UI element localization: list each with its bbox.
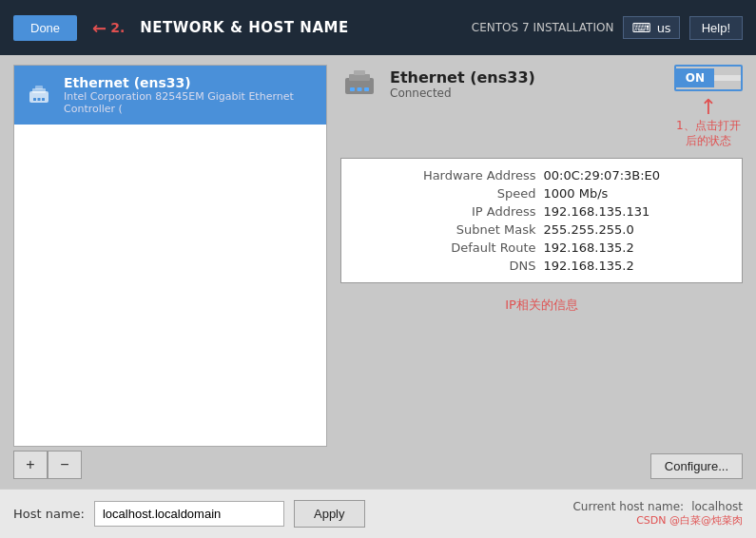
svg-rect-4 — [38, 98, 41, 101]
interface-item-ens33[interactable]: Ethernet (ens33) Intel Corporation 82545… — [14, 66, 326, 125]
keyboard-icon: ⌨ — [631, 20, 650, 35]
current-host-row: Current host name: localhost — [572, 500, 743, 513]
device-status: Connected — [390, 86, 535, 100]
hw-addr-value: 00:0C:29:07:3B:E0 — [544, 168, 728, 183]
svg-rect-11 — [364, 87, 369, 91]
svg-rect-2 — [35, 86, 43, 89]
bottom-bar: Host name: Apply Current host name: loca… — [0, 489, 756, 538]
speed-label: Speed — [355, 186, 536, 201]
device-text: Ethernet (ens33) Connected — [390, 68, 535, 100]
svg-rect-10 — [358, 87, 362, 91]
route-label: Default Route — [355, 240, 536, 255]
top-row: Ethernet (ens33) Connected ON ↑ 1、点击打开后的… — [340, 65, 743, 148]
toggle-area: ON ↑ 1、点击打开后的状态 — [674, 65, 743, 148]
interface-info: Ethernet (ens33) Intel Corporation 82545… — [64, 75, 317, 115]
bottom-left: Host name: Apply — [13, 500, 365, 528]
current-host-value: localhost — [691, 500, 743, 513]
header: Done ← 2. NETWORK & HOST NAME CENTOS 7 I… — [0, 0, 756, 55]
ip-info-label: IP相关的信息 — [340, 297, 743, 314]
hw-addr-label: Hardware Address — [355, 168, 536, 183]
arrow-icon: ← — [92, 18, 107, 38]
annotation-text: 1、点击打开后的状态 — [676, 119, 741, 148]
annotation-number: 2. — [110, 20, 125, 35]
route-value: 192.168.135.2 — [544, 240, 728, 255]
list-buttons: + − — [13, 451, 327, 479]
centos-label: CENTOS 7 INSTALLATION — [472, 21, 614, 34]
ip-value: 192.168.135.131 — [544, 204, 728, 219]
svg-rect-5 — [42, 98, 45, 101]
interface-name: Ethernet (ens33) — [64, 75, 317, 90]
subnet-label: Subnet Mask — [355, 222, 536, 237]
svg-rect-9 — [350, 87, 355, 91]
svg-rect-7 — [349, 74, 370, 81]
configure-button[interactable]: Configure... — [650, 453, 743, 479]
speed-value: 1000 Mb/s — [544, 186, 728, 201]
add-interface-button[interactable]: + — [13, 451, 48, 479]
main-content: Ethernet (ens33) Intel Corporation 82545… — [0, 55, 756, 489]
ethernet-icon — [24, 80, 54, 110]
device-info: Ethernet (ens33) Connected — [340, 65, 535, 103]
dns-label: DNS — [355, 259, 536, 273]
toggle-off-area — [714, 75, 741, 81]
header-left: Done ← 2. NETWORK & HOST NAME — [13, 15, 349, 41]
hostname-label: Host name: — [13, 507, 85, 521]
dns-value: 192.168.135.2 — [544, 259, 728, 273]
keyboard-language-selector[interactable]: ⌨ us — [623, 16, 679, 39]
remove-interface-button[interactable]: − — [48, 451, 82, 479]
toggle-switch[interactable]: ON — [674, 65, 743, 91]
watermark: CSDN @白菜@炖菜肉 — [636, 513, 743, 528]
config-area: Configure... — [340, 396, 743, 479]
current-host-label: Current host name: — [572, 500, 684, 513]
annotation-area: ↑ 1、点击打开后的状态 — [676, 95, 741, 148]
toggle-on-label: ON — [676, 68, 714, 87]
ip-label: IP Address — [355, 204, 536, 219]
page-title: NETWORK & HOST NAME — [140, 19, 348, 36]
done-button[interactable]: Done — [13, 15, 77, 41]
network-info-box: Hardware Address 00:0C:29:07:3B:E0 Speed… — [340, 158, 743, 283]
device-name: Ethernet (ens33) — [390, 68, 535, 86]
apply-button[interactable]: Apply — [294, 500, 365, 528]
left-panel: Ethernet (ens33) Intel Corporation 82545… — [13, 65, 327, 479]
keyboard-lang: us — [657, 21, 671, 35]
svg-rect-3 — [33, 98, 36, 101]
interface-list: Ethernet (ens33) Intel Corporation 82545… — [13, 65, 327, 447]
bottom-right: Current host name: localhost CSDN @白菜@炖菜… — [572, 500, 743, 528]
arrow-annotation: ← 2. — [92, 18, 125, 38]
hostname-input[interactable] — [94, 501, 284, 527]
interface-desc: Intel Corporation 82545EM Gigabit Ethern… — [64, 90, 317, 115]
header-right: CENTOS 7 INSTALLATION ⌨ us Help! — [472, 16, 743, 40]
device-ethernet-icon — [340, 65, 378, 103]
svg-rect-8 — [354, 70, 365, 75]
subnet-value: 255.255.255.0 — [544, 222, 728, 237]
right-panel: Ethernet (ens33) Connected ON ↑ 1、点击打开后的… — [340, 65, 743, 479]
help-button[interactable]: Help! — [689, 16, 743, 40]
annotation-up-arrow: ↑ — [676, 95, 741, 119]
